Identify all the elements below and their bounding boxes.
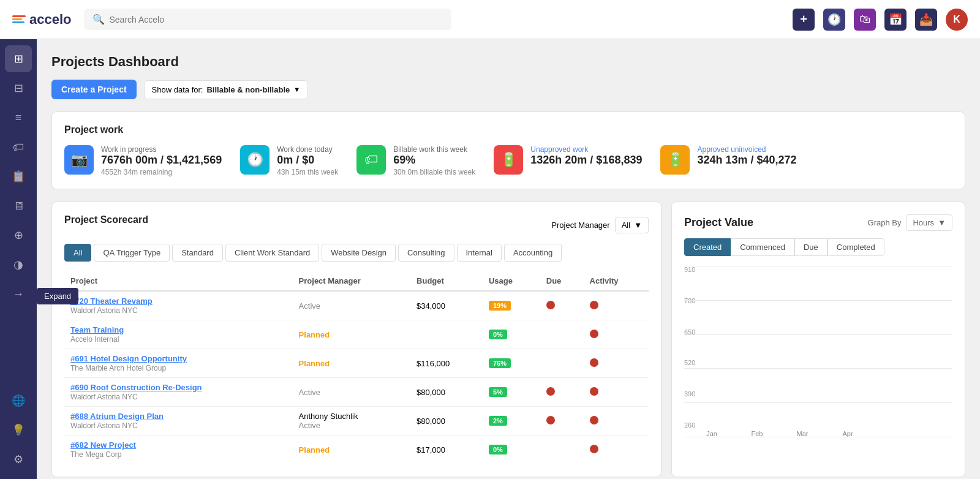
sidebar-item-globe[interactable]: 🌐 xyxy=(5,387,32,414)
sidebar-item-bulb[interactable]: 💡 xyxy=(5,417,32,443)
sidebar-item-tag[interactable]: 🏷 xyxy=(5,134,32,160)
manager-status: Planned xyxy=(299,445,330,454)
tag-icon: 🏷 xyxy=(13,141,24,154)
search-input[interactable] xyxy=(110,15,443,25)
monitor-icon: 🖥 xyxy=(13,200,24,213)
approved-value: 324h 13m / $40,272 xyxy=(697,154,796,167)
project-company: Waldorf Astoria NYC xyxy=(70,306,138,315)
table-row: #690 Roof Construction Re-DesignWaldorf … xyxy=(64,378,649,407)
graph-by: Graph By Hours ▼ xyxy=(868,214,952,231)
project-link[interactable]: #682 New Project xyxy=(70,440,287,450)
sidebar-item-settings[interactable]: ⚙ xyxy=(5,446,32,473)
sidebar-item-monitor[interactable]: 🖥 xyxy=(5,192,32,219)
scorecard-header: Project Scorecard Project Manager All ▼ xyxy=(64,214,649,235)
settings-icon: ⚙ xyxy=(13,453,23,466)
project-link[interactable]: #690 Roof Construction Re-Design xyxy=(70,383,287,392)
page-title: Projects Dashboard xyxy=(51,54,965,70)
budget-cell: $80,000 xyxy=(410,378,483,407)
tab-commenced[interactable]: Commenced xyxy=(731,238,794,256)
chart-bars-container: Jan Feb Mar xyxy=(684,266,952,450)
pv-title: Project Value xyxy=(684,216,753,229)
filter-accounting[interactable]: Accounting xyxy=(504,244,562,262)
sidebar-item-arrow[interactable]: → xyxy=(5,281,32,307)
main-layout: ⊞ ⊟ ≡ 🏷 📋 🖥 ⊕ ◑ → 🌐 💡 ⚙ Projects Dashboa… xyxy=(0,39,980,479)
stat-approved: 🔋 Approved uninvoiced 324h 13m / $40,272 xyxy=(660,145,796,176)
avatar-button[interactable]: K xyxy=(946,9,968,31)
graph-by-value: Hours xyxy=(913,218,934,227)
chevron-down-icon: ▼ xyxy=(293,86,300,93)
table-row: #720 Theater RevampWaldorf Astoria NYCAc… xyxy=(64,291,649,320)
billable-value: 69% xyxy=(393,154,475,167)
activity-dot xyxy=(590,330,598,338)
sidebar-item-list[interactable]: ≡ xyxy=(5,104,32,131)
approved-label: Approved uninvoiced xyxy=(697,145,796,154)
activity-dot xyxy=(590,445,598,453)
sidebar-item-calendar[interactable]: 📋 xyxy=(5,163,32,190)
chart-area: 910 780 650 520 390 260 xyxy=(684,266,952,450)
nav-icons: + 🕐 🛍 📅 📥 K xyxy=(793,9,968,31)
scorecard-table-wrap: Project Project Manager Budget Usage Due… xyxy=(64,271,649,464)
unapproved-icon: 🔋 xyxy=(494,145,523,175)
manager-value: All xyxy=(622,221,630,230)
activity-dot xyxy=(590,301,598,309)
project-link[interactable]: Team Training xyxy=(70,325,287,334)
graph-by-dropdown[interactable]: Hours ▼ xyxy=(906,214,952,231)
project-value-card: Project Value Graph By Hours ▼ Created C… xyxy=(671,202,965,477)
filter-standard[interactable]: Standard xyxy=(172,244,223,262)
calendar-button[interactable]: 📅 xyxy=(884,9,907,31)
sidebar-item-layers[interactable]: ⊕ xyxy=(5,222,32,249)
logo-text: accelo xyxy=(29,12,72,28)
project-link[interactable]: #720 Theater Revamp xyxy=(70,296,287,306)
stat-billable: 🏷 Billable work this week 69% 30h 0m bil… xyxy=(356,145,475,176)
project-company: Waldorf Astoria NYC xyxy=(70,393,138,401)
stats-grid: 📷 Work in progress 7676h 00m / $1,421,56… xyxy=(64,145,952,176)
due-dot xyxy=(546,387,555,396)
usage-badge: 19% xyxy=(489,301,511,311)
filter-all[interactable]: All xyxy=(64,244,91,262)
filter-internal[interactable]: Internal xyxy=(457,244,502,262)
show-data-dropdown[interactable]: Show data for: Billable & non-billable ▼ xyxy=(144,80,309,99)
filter-client-work[interactable]: Client Work Standard xyxy=(225,244,319,262)
project-company: Accelo Internal xyxy=(70,335,119,344)
inbox-button[interactable]: 📥 xyxy=(915,9,937,31)
col-project: Project xyxy=(64,271,293,291)
chart-bar-apr: Apr xyxy=(832,428,863,437)
graph-by-chevron-icon: ▼ xyxy=(938,218,946,227)
graph-by-label: Graph By xyxy=(868,218,902,227)
project-link[interactable]: #691 Hotel Design Opportunity xyxy=(70,354,287,363)
unapproved-label: Unapproved work xyxy=(530,145,642,154)
search-box[interactable]: 🔍 xyxy=(84,9,451,30)
today-label: Work done today xyxy=(277,145,338,154)
billable-sub: 30h 0m billable this week xyxy=(393,168,475,176)
tab-created[interactable]: Created xyxy=(684,238,731,256)
usage-badge: 5% xyxy=(489,387,507,397)
clock-button[interactable]: 🕐 xyxy=(823,9,845,31)
manager-dropdown[interactable]: All ▼ xyxy=(615,217,649,233)
sidebar-item-dashboard[interactable]: ⊞ xyxy=(5,45,32,72)
sidebar: ⊞ ⊟ ≡ 🏷 📋 🖥 ⊕ ◑ → 🌐 💡 ⚙ xyxy=(0,39,37,479)
pv-tabs: Created Commenced Due Completed xyxy=(684,238,952,256)
add-button[interactable]: + xyxy=(793,9,815,31)
usage-badge: 0% xyxy=(489,445,507,454)
chart-icon: ◑ xyxy=(13,258,23,271)
filter-qa[interactable]: QA Trigger Type xyxy=(94,244,170,262)
bag-button[interactable]: 🛍 xyxy=(854,9,876,31)
filter-consulting[interactable]: Consulting xyxy=(398,244,454,262)
chart-bar-feb: Feb xyxy=(742,428,772,437)
budget-cell: $34,000 xyxy=(410,291,483,320)
project-work-card: Project work 📷 Work in progress 7676h 00… xyxy=(51,111,965,189)
table-row: #691 Hotel Design OpportunityThe Marble … xyxy=(64,349,649,378)
budget-cell: $116,000 xyxy=(410,349,483,378)
billable-icon: 🏷 xyxy=(356,145,386,175)
stat-wip: 📷 Work in progress 7676h 00m / $1,421,56… xyxy=(64,145,222,176)
create-project-button[interactable]: Create a Project xyxy=(51,80,137,99)
sidebar-item-filter[interactable]: ⊟ xyxy=(5,75,32,102)
filter-website[interactable]: Website Design xyxy=(322,244,396,262)
tab-due[interactable]: Due xyxy=(794,238,827,256)
manager-status: Active xyxy=(299,301,320,311)
tab-completed[interactable]: Completed xyxy=(827,238,884,256)
manager-label: Project Manager xyxy=(551,221,609,230)
sidebar-item-chart[interactable]: ◑ xyxy=(5,251,32,278)
project-link[interactable]: #688 Atrium Design Plan xyxy=(70,412,287,421)
chart-bars: Jan Feb Mar xyxy=(684,266,952,437)
